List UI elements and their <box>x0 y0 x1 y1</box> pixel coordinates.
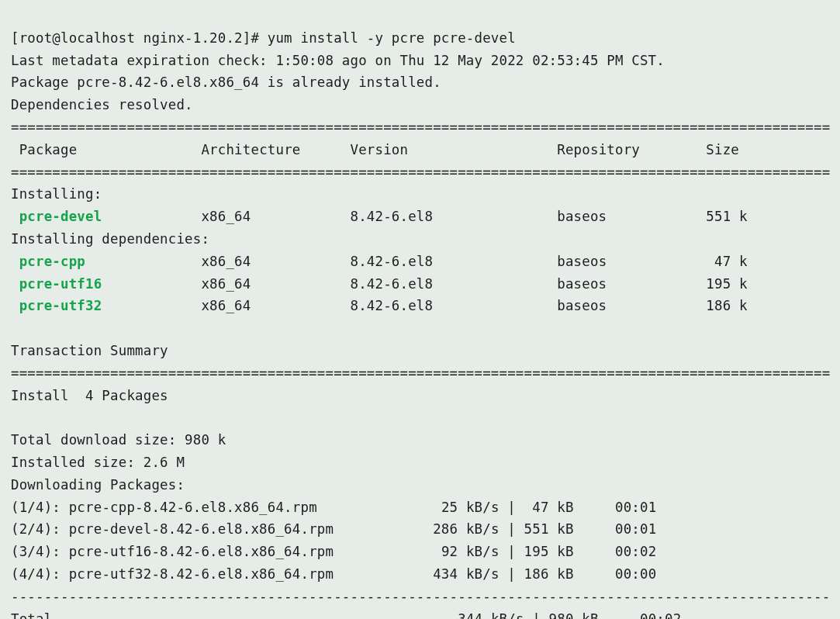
section-installing: Installing: <box>11 186 102 202</box>
pkg-arch: x86_64 <box>201 254 251 269</box>
dl-size: 195 kB <box>524 544 574 559</box>
pkg-ver: 8.42-6.el8 <box>351 254 434 269</box>
dl-rate: 286 kB/s <box>433 521 499 537</box>
pkg-repo: baseos <box>557 254 607 269</box>
pkg-ver: 8.42-6.el8 <box>351 298 434 313</box>
pkg-repo: baseos <box>557 298 607 313</box>
rule-eq: ========================================… <box>11 164 830 180</box>
col-repo: Repository <box>557 142 640 157</box>
pkg-name: pcre-cpp <box>19 254 85 269</box>
total-time: 00:02 <box>640 611 681 619</box>
pkg-name: pcre-devel <box>19 209 102 224</box>
rule-eq: ========================================… <box>11 119 830 135</box>
prompt: [root@localhost nginx-1.20.2]# <box>11 30 268 46</box>
dl-time: 00:01 <box>615 500 656 515</box>
col-arch: Architecture <box>201 142 300 157</box>
install-count: Install 4 Packages <box>11 388 168 403</box>
dl-size: 551 kB <box>524 521 574 537</box>
dl-rate: 92 kB/s <box>441 544 500 559</box>
pkg-size: 195 k <box>706 276 747 292</box>
section-installing-deps: Installing dependencies: <box>11 231 209 247</box>
rule-eq: ========================================… <box>11 365 830 381</box>
pkg-arch: x86_64 <box>201 298 251 313</box>
pkg-arch: x86_64 <box>201 209 251 224</box>
dl-idx: (3/4): <box>11 544 60 559</box>
dl-idx: (4/4): <box>11 566 60 582</box>
pkg-repo: baseos <box>557 209 607 224</box>
dl-time: 00:00 <box>615 566 656 582</box>
dl-rate: 434 kB/s <box>433 566 499 582</box>
rule-dash: ----------------------------------------… <box>11 589 830 604</box>
meta-line: Last metadata expiration check: 1:50:08 … <box>11 53 665 68</box>
col-size: Size <box>706 142 739 157</box>
command-text: yum install -y pcre pcre-devel <box>268 30 516 46</box>
dl-file: pcre-utf16-8.42-6.el8.x86_64.rpm <box>69 544 334 559</box>
pkg-name: pcre-utf16 <box>19 276 102 292</box>
dl-file: pcre-devel-8.42-6.el8.x86_64.rpm <box>69 521 334 537</box>
dl-idx: (1/4): <box>11 500 60 515</box>
pkg-ver: 8.42-6.el8 <box>351 209 434 224</box>
dl-size: 47 kB <box>532 500 573 515</box>
installed-size: Installed size: 2.6 M <box>11 455 185 470</box>
terminal-output: [root@localhost nginx-1.20.2]# yum insta… <box>0 0 840 619</box>
already-installed: Package pcre-8.42-6.el8.x86_64 is alread… <box>11 74 441 90</box>
dl-idx: (2/4): <box>11 521 60 537</box>
pkg-repo: baseos <box>557 276 607 292</box>
dl-rate: 25 kB/s <box>441 500 500 515</box>
pkg-size: 47 k <box>714 254 748 269</box>
deps-resolved: Dependencies resolved. <box>11 97 193 112</box>
pkg-name: pcre-utf32 <box>19 298 102 313</box>
total-size: 980 kB <box>549 611 599 619</box>
col-version: Version <box>351 142 409 157</box>
dl-file: pcre-cpp-8.42-6.el8.x86_64.rpm <box>69 500 317 515</box>
pkg-size: 551 k <box>706 209 747 224</box>
dl-time: 00:01 <box>615 521 656 537</box>
pkg-arch: x86_64 <box>201 276 251 292</box>
dl-time: 00:02 <box>615 544 656 559</box>
section-tx-summary: Transaction Summary <box>11 343 168 358</box>
downloading-header: Downloading Packages: <box>11 477 185 493</box>
total-download-size: Total download size: 980 k <box>11 432 226 448</box>
pkg-size: 186 k <box>706 298 747 313</box>
total-label: Total <box>11 611 52 619</box>
dl-file: pcre-utf32-8.42-6.el8.x86_64.rpm <box>69 566 334 582</box>
total-rate: 344 kB/s <box>458 611 524 619</box>
dl-size: 186 kB <box>524 566 574 582</box>
col-package: Package <box>19 142 78 157</box>
pkg-ver: 8.42-6.el8 <box>351 276 434 292</box>
